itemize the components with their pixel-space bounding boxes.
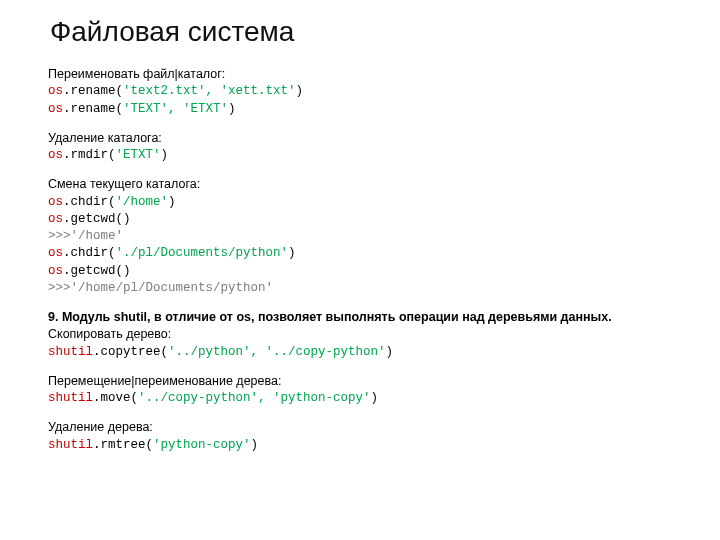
section-move: Перемещение|переименование дерева: shuti… <box>48 373 672 408</box>
slide-body: Переименовать файл|каталог: os.rename('t… <box>48 66 672 454</box>
slide-title: Файловая система <box>50 16 672 48</box>
section-heading: Удаление каталога: <box>48 130 672 147</box>
section-rmdir: Удаление каталога: os.rmdir('ETXT') <box>48 130 672 165</box>
code-output: >>>'/home/pl/Documents/python' <box>48 280 672 297</box>
section-heading: Перемещение|переименование дерева: <box>48 373 672 390</box>
section-heading: Смена текущего каталога: <box>48 176 672 193</box>
section-heading: Переименовать файл|каталог: <box>48 66 672 83</box>
code-output: >>>'/home' <box>48 228 672 245</box>
code-line: os.getcwd() <box>48 211 672 228</box>
code-line: os.chdir('/home') <box>48 194 672 211</box>
code-line: os.rename('text2.txt', 'xett.txt') <box>48 83 672 100</box>
section-heading: Удаление дерева: <box>48 419 672 436</box>
section-rmtree: Удаление дерева: shutil.rmtree('python-c… <box>48 419 672 454</box>
slide: Файловая система Переименовать файл|ката… <box>0 0 720 486</box>
code-line: os.rmdir('ETXT') <box>48 147 672 164</box>
code-line: os.chdir('./pl/Documents/python') <box>48 245 672 262</box>
section-rename: Переименовать файл|каталог: os.rename('t… <box>48 66 672 118</box>
code-line: shutil.copytree('../python', '../copy-py… <box>48 344 672 361</box>
section-shutil-intro: 9. Модуль shutil, в отличие от os, позво… <box>48 309 672 361</box>
section-heading: Скопировать дерево: <box>48 326 672 343</box>
section-bold-note: 9. Модуль shutil, в отличие от os, позво… <box>48 309 672 326</box>
code-line: shutil.rmtree('python-copy') <box>48 437 672 454</box>
code-line: os.rename('TEXT', 'ETXT') <box>48 101 672 118</box>
code-line: os.getcwd() <box>48 263 672 280</box>
code-line: shutil.move('../copy-python', 'python-co… <box>48 390 672 407</box>
section-chdir: Смена текущего каталога: os.chdir('/home… <box>48 176 672 297</box>
